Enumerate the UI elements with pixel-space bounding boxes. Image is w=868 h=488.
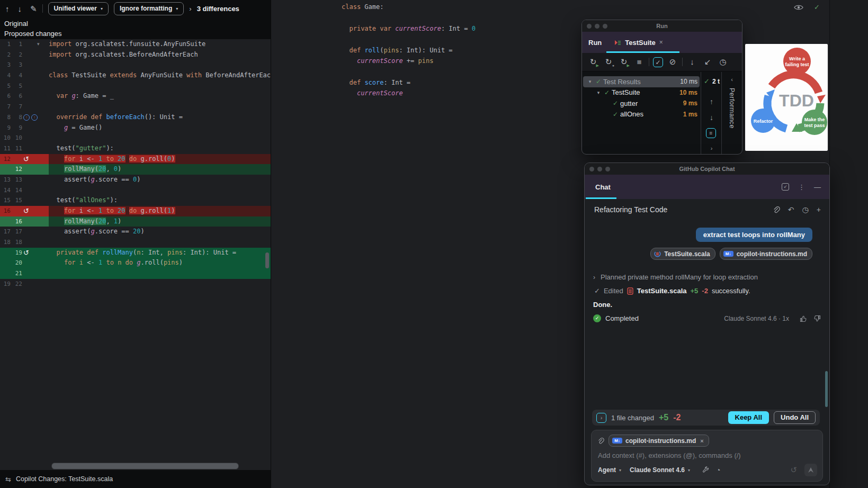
context-chip[interactable]: M↓copilot-instructions.md [720,248,812,260]
chevron-down-icon[interactable]: ▾ [586,79,594,84]
navigate-icon[interactable]: ↙ [702,56,713,68]
tab-testsuite[interactable]: TestSuite × [614,39,663,47]
test-tree-row[interactable]: ▾✓TestSuite10 ms [583,87,700,98]
stop-icon[interactable]: ■ [633,56,645,68]
more-options-icon[interactable]: ⋮ [798,183,805,191]
diff-row: 1922 [0,279,271,290]
markdown-icon: M↓ [612,438,622,444]
minimize-icon[interactable]: — [814,183,821,191]
close-dot[interactable] [589,167,594,171]
sort-icon[interactable]: ↓ [686,56,698,68]
close-dot[interactable] [587,24,592,29]
tools-icon[interactable] [702,466,710,474]
code-line [342,66,476,77]
test-tree-row[interactable]: ▾✓Test Results10 ms [583,76,700,87]
code-line: for i <- 1 to 20 do g.roll(1) [49,206,175,216]
chat-history-icon[interactable]: ◷ [802,205,809,214]
thumbs-up-icon[interactable] [800,315,807,322]
run-tool-window: Run Run TestSuite × ↻▶↻●↻▶■✓⊘↓↙◷ ▾✓Test … [581,20,742,155]
override-icon[interactable]: ↑ [31,114,38,121]
new-chat-icon[interactable]: + [817,205,821,214]
usage-gauge-icon[interactable]: ◔ [716,466,720,474]
proposed-changes-label: Proposed changes [4,29,271,39]
attach-icon[interactable] [772,206,780,214]
dock-window-icon[interactable]: ↙ [782,183,789,191]
scalatest-run-icon [614,39,621,46]
chat-input-box[interactable]: M↓ copilot-instructions.md × Add context… [591,430,823,482]
ignore-icon[interactable]: ⊘ [667,56,678,68]
edited-file-link[interactable]: TestSuite.scala [637,287,687,295]
rerun-icon[interactable]: ↻▶ [587,56,599,68]
code-line: var g: Game = _ [49,91,114,102]
close-tab-icon[interactable]: × [659,39,663,46]
show-passed-icon[interactable]: ✓ [653,57,663,67]
revert-change-icon[interactable]: ↺ [23,248,29,258]
chevron-right-icon[interactable]: › [189,5,191,13]
diff-gutter: 21 [0,268,49,279]
zoom-dot[interactable] [605,167,610,171]
test-duration: 1 ms [683,111,697,118]
expand-changes-icon[interactable]: › [596,413,606,423]
tab-label: TestSuite [625,39,656,47]
diff-gutter: 11▾ [0,39,49,50]
lines-removed: -2 [673,413,681,422]
run-side-toolbar: ✓ 2 t ↑ ↓ ≡ › [702,72,721,154]
plan-step[interactable]: › Planned private method rollMany for lo… [593,273,758,281]
run-panel-label[interactable]: Run [588,39,602,47]
context-chip[interactable]: TestSuite.scala [650,248,715,260]
chat-window-titlebar[interactable]: GitHub Copilot Chat [585,163,829,175]
previous-difference-icon[interactable]: ↑ [5,5,10,13]
code-line: rollMany(20, 0) [49,164,121,175]
formatting-mode-dropdown[interactable]: Ignore formatting ▾ [114,2,184,15]
revert-change-icon[interactable]: ↺ [23,154,29,165]
minimize-dot[interactable] [597,167,602,171]
tab-chat[interactable]: Chat [595,183,611,191]
window-title: Run [656,23,667,29]
window-controls[interactable] [587,24,607,29]
chat-input-placeholder[interactable]: Add context (#), extensions (@), command… [598,451,741,459]
window-controls[interactable] [589,167,610,171]
panel-divider [701,72,701,154]
chevron-down-icon[interactable]: ▾ [595,90,602,95]
test-tree-row[interactable]: ✓gutter9 ms [583,98,700,109]
mode-selector[interactable]: Agent [598,466,616,474]
next-test-icon[interactable]: ↓ [702,113,721,122]
undo-icon[interactable]: ↶ [788,205,794,214]
rerun-all-icon[interactable]: ↻● [603,56,614,68]
resend-icon[interactable]: ↺ [790,465,797,475]
model-selector[interactable]: Claude Sonnet 4.6 [630,466,685,474]
diff-row: 22import org.scalatest.BeforeAndAfterEac… [0,50,271,60]
reader-mode-eye-icon[interactable] [794,4,803,11]
next-difference-icon[interactable]: ↓ [18,5,22,13]
test-tree-row[interactable]: ✓allOnes1 ms [583,109,700,120]
performance-side-tab[interactable]: ‹ Performance [722,72,742,154]
attached-file-chip[interactable]: M↓ copilot-instructions.md × [609,435,709,447]
remove-chip-icon[interactable]: × [700,438,703,444]
rerun-failed-icon[interactable]: ↻▶ [618,56,630,68]
previous-test-icon[interactable]: ↑ [702,97,721,106]
override-icon[interactable]: ↑ [23,114,30,121]
keep-all-button[interactable]: Keep All [728,411,769,424]
thumbs-down-icon[interactable] [813,315,821,322]
undo-all-button[interactable]: Undo All [774,411,816,424]
viewer-mode-dropdown[interactable]: Unified viewer ▾ [48,2,109,15]
horizontal-scrollbar-thumb[interactable] [51,463,239,469]
chat-scrollbar-thumb[interactable] [825,371,828,407]
revert-change-icon[interactable]: ↺ [23,206,29,216]
edit-icon[interactable]: ✎ [30,5,37,13]
send-button[interactable] [804,464,817,476]
expand-panel-icon[interactable]: › [702,145,721,151]
attach-context-icon[interactable] [597,437,604,445]
edit-result-label: successfully. [712,287,750,295]
code-line: g = Game() [49,123,102,133]
filter-tests-icon[interactable]: ≡ [706,128,716,138]
fold-icon[interactable]: ▾ [37,39,40,50]
zoom-dot[interactable] [603,24,607,29]
test-history-icon[interactable]: ◷ [717,56,729,68]
vertical-scrollbar-thumb[interactable] [265,252,269,268]
run-window-titlebar[interactable]: Run [582,20,742,32]
collapse-icon[interactable]: ‹ [722,76,742,83]
inspections-status-icon[interactable]: ✓ [814,3,820,11]
send-icon [808,467,814,473]
minimize-dot[interactable] [595,24,599,29]
